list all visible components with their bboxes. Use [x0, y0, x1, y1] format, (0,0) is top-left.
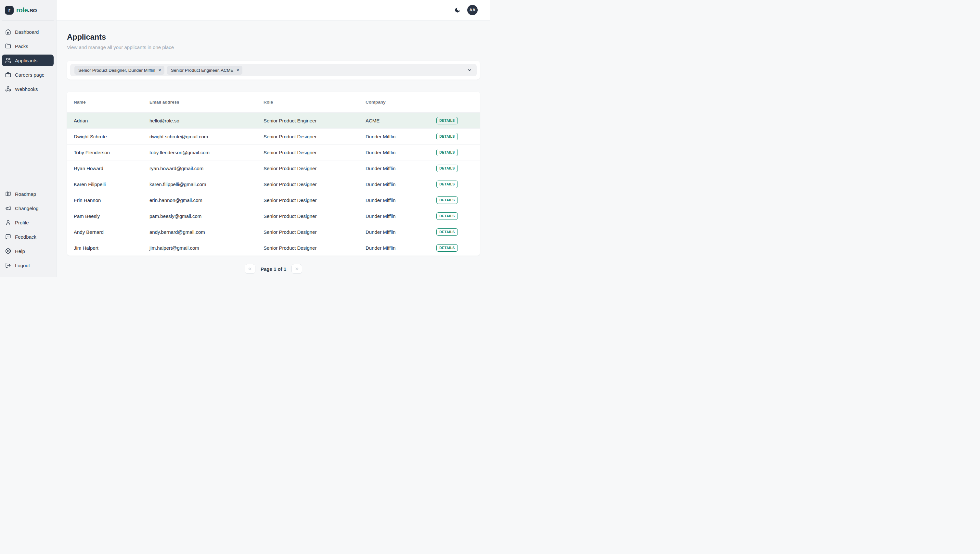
details-button[interactable]: DETAILS — [436, 149, 458, 156]
cell-email: erin.hannon@gmail.com — [150, 197, 263, 203]
cell-name: Ryan Howard — [74, 166, 150, 171]
sidebar-item-label: Packs — [15, 43, 28, 49]
cell-company: Dunder Mifflin — [366, 213, 436, 219]
sidebar-item-careers-page[interactable]: Careers page — [2, 69, 54, 81]
briefcase-icon — [5, 72, 11, 78]
lifebuoy-icon — [5, 248, 11, 254]
table-row: Ryan Howardryan.howard@gmail.comSenior P… — [67, 160, 480, 176]
sidebar-item-logout[interactable]: Logout — [2, 259, 54, 271]
filter-tag[interactable]: Senior Product Designer, Dunder Mifflin✕ — [74, 66, 164, 75]
cell-company: Dunder Mifflin — [366, 229, 436, 235]
sidebar-item-webhooks[interactable]: Webhooks — [2, 83, 54, 95]
sidebar-item-label: Roadmap — [15, 191, 36, 197]
sidebar-item-label: Profile — [15, 220, 29, 225]
cell-role: Senior Product Designer — [263, 150, 366, 155]
cell-email: ryan.howard@gmail.com — [150, 166, 263, 171]
sidebar-item-label: Changelog — [15, 205, 39, 211]
cell-name: Adrian — [74, 118, 150, 123]
table-row: Adrianhello@role.soSenior Product Engine… — [67, 112, 480, 128]
details-button[interactable]: DETAILS — [436, 228, 458, 236]
filter-tags: Senior Product Designer, Dunder Mifflin✕… — [74, 66, 245, 75]
sidebar-item-label: Feedback — [15, 234, 37, 240]
table-row: Toby Flendersontoby.flenderson@gmail.com… — [67, 144, 480, 160]
moon-icon — [454, 7, 461, 13]
users-icon — [5, 57, 11, 63]
page-title: Applicants — [67, 32, 480, 41]
cell-email: jim.halpert@gmail.com — [150, 245, 263, 251]
table-body: Adrianhello@role.soSenior Product Engine… — [67, 112, 480, 256]
sidebar-item-profile[interactable]: Profile — [2, 217, 54, 228]
filter-tag[interactable]: Senior Product Engineer, ACME✕ — [167, 66, 243, 75]
sidebar: r role.so DashboardPacksApplicantsCareer… — [0, 0, 56, 277]
avatar[interactable]: AA — [467, 5, 478, 15]
cell-name: Erin Hannon — [74, 197, 150, 203]
sidebar-item-packs[interactable]: Packs — [2, 40, 54, 52]
table-row: Andy Bernardandy.bernard@gmail.comSenior… — [67, 224, 480, 240]
topbar: AA — [56, 0, 490, 21]
pagination-prev-button[interactable] — [245, 264, 255, 274]
cell-email: pam.beesly@gmail.com — [150, 213, 263, 219]
sidebar-item-dashboard[interactable]: Dashboard — [2, 26, 54, 38]
sidebar-item-label: Careers page — [15, 72, 45, 78]
cell-company: Dunder Mifflin — [366, 150, 436, 155]
brand-logo-mark: r — [5, 6, 14, 14]
chevron-down-icon[interactable] — [467, 68, 472, 73]
avatar-initials: AA — [469, 8, 476, 12]
pagination-label: Page 1 of 1 — [260, 266, 286, 272]
sidebar-secondary-nav: RoadmapChangelogProfileFeedbackHelpLogou… — [0, 182, 56, 277]
cell-company: Dunder Mifflin — [366, 134, 436, 139]
cell-email: karen.filippelli@gmail.com — [150, 181, 263, 187]
cell-role: Senior Product Designer — [263, 245, 366, 251]
brand-logo[interactable]: r role.so — [0, 0, 56, 21]
column-header-name: Name — [74, 100, 150, 105]
column-header-email: Email address — [150, 100, 263, 105]
filter-tag-label: Senior Product Designer, Dunder Mifflin — [78, 68, 155, 73]
close-icon[interactable]: ✕ — [236, 68, 239, 72]
sidebar-item-help[interactable]: Help — [2, 245, 54, 257]
details-button[interactable]: DETAILS — [436, 117, 458, 124]
sidebar-spacer — [0, 97, 56, 182]
theme-toggle-button[interactable] — [453, 6, 461, 14]
details-button[interactable]: DETAILS — [436, 244, 458, 252]
sidebar-item-applicants[interactable]: Applicants — [2, 54, 54, 66]
map-icon — [5, 191, 11, 197]
pagination: Page 1 of 1 — [67, 264, 480, 274]
cell-email: dwight.schrute@gmail.com — [150, 134, 263, 139]
filter-multiselect[interactable]: Senior Product Designer, Dunder Mifflin✕… — [70, 64, 477, 76]
cell-email: hello@role.so — [150, 118, 263, 123]
sidebar-item-changelog[interactable]: Changelog — [2, 202, 54, 214]
cell-company: Dunder Mifflin — [366, 181, 436, 187]
megaphone-icon — [5, 205, 11, 211]
cell-name: Jim Halpert — [74, 245, 150, 251]
details-button[interactable]: DETAILS — [436, 133, 458, 140]
cell-company: Dunder Mifflin — [366, 245, 436, 251]
brand-name: role.so — [16, 6, 37, 14]
brand-logo-letter: r — [8, 8, 10, 13]
table-header-row: Name Email address Role Company — [67, 92, 480, 112]
sidebar-item-label: Logout — [15, 263, 30, 268]
table-row: Karen Filippellikaren.filippelli@gmail.c… — [67, 176, 480, 192]
details-button[interactable]: DETAILS — [436, 196, 458, 204]
webhook-icon — [5, 86, 11, 92]
page-content: Applicants View and manage all your appl… — [56, 21, 490, 277]
pagination-next-button[interactable] — [292, 264, 302, 274]
app-root: r role.so DashboardPacksApplicantsCareer… — [0, 0, 490, 277]
sidebar-item-label: Help — [15, 248, 25, 254]
details-button[interactable]: DETAILS — [436, 181, 458, 188]
details-button[interactable]: DETAILS — [436, 165, 458, 172]
table-row: Pam Beeslypam.beesly@gmail.comSenior Pro… — [67, 208, 480, 224]
cell-role: Senior Product Designer — [263, 213, 366, 219]
close-icon[interactable]: ✕ — [158, 68, 161, 72]
cell-name: Dwight Schrute — [74, 134, 150, 139]
applicants-table: Name Email address Role Company Adrianhe… — [67, 92, 480, 256]
message-dots-icon — [5, 234, 11, 240]
cell-company: Dunder Mifflin — [366, 166, 436, 171]
cell-role: Senior Product Designer — [263, 166, 366, 171]
cell-name: Toby Flenderson — [74, 150, 150, 155]
main-column: AA Applicants View and manage all your a… — [56, 0, 490, 277]
sidebar-item-roadmap[interactable]: Roadmap — [2, 188, 54, 200]
filter-card: Senior Product Designer, Dunder Mifflin✕… — [67, 61, 480, 80]
details-button[interactable]: DETAILS — [436, 212, 458, 220]
cell-role: Senior Product Designer — [263, 197, 366, 203]
sidebar-item-feedback[interactable]: Feedback — [2, 231, 54, 243]
